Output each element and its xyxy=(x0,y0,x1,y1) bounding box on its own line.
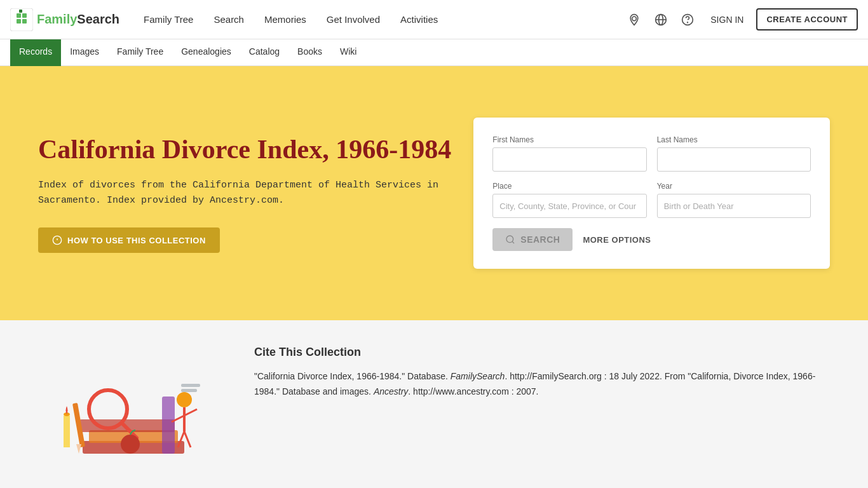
cite-text: "California Divorce Index, 1966-1984." D… xyxy=(254,369,830,400)
create-account-button[interactable]: CREATE ACCOUNT xyxy=(756,8,858,30)
sub-nav-records[interactable]: Records xyxy=(10,39,61,66)
svg-marker-28 xyxy=(76,444,81,454)
place-group: Place xyxy=(492,182,646,218)
sub-nav-catalog[interactable]: Catalog xyxy=(240,39,288,66)
nav-activities[interactable]: Activities xyxy=(391,9,447,30)
svg-rect-5 xyxy=(19,10,22,13)
year-label: Year xyxy=(657,182,811,191)
more-options-button[interactable]: MORE OPTIONS xyxy=(583,229,651,251)
first-names-input[interactable] xyxy=(492,147,646,172)
sub-navigation: Records Images Family Tree Genealogies C… xyxy=(0,39,868,66)
svg-point-11 xyxy=(688,22,688,22)
search-button[interactable]: SEARCH xyxy=(492,228,573,251)
nav-memories[interactable]: Memories xyxy=(255,9,315,30)
page-title: California Divorce Index, 1966-1984 xyxy=(38,133,473,165)
sign-in-button[interactable]: SIGN IN xyxy=(704,11,750,29)
search-icon xyxy=(505,234,515,245)
first-names-group: First Names xyxy=(492,135,646,172)
familysearch-logo-icon xyxy=(10,8,33,31)
logo[interactable]: FamilySearch xyxy=(10,8,119,31)
svg-point-13 xyxy=(506,236,513,243)
year-group: Year xyxy=(657,182,811,218)
sub-nav-wiki[interactable]: Wiki xyxy=(331,39,365,66)
sub-nav-genealogies[interactable]: Genealogies xyxy=(172,39,240,66)
svg-rect-3 xyxy=(17,19,21,24)
svg-point-29 xyxy=(121,435,140,454)
svg-rect-33 xyxy=(181,389,197,392)
place-label: Place xyxy=(492,182,646,191)
main-nav: Family Tree Search Memories Get Involved… xyxy=(135,9,624,30)
last-names-input[interactable] xyxy=(657,147,811,172)
sub-nav-family-tree[interactable]: Family Tree xyxy=(108,39,172,66)
hero-content: California Divorce Index, 1966-1984 Inde… xyxy=(38,133,473,253)
sub-nav-images[interactable]: Images xyxy=(61,39,108,66)
svg-rect-1 xyxy=(17,13,21,18)
sub-nav-books[interactable]: Books xyxy=(288,39,331,66)
last-names-label: Last Names xyxy=(657,135,811,144)
svg-rect-30 xyxy=(64,416,70,447)
year-input[interactable] xyxy=(657,194,811,218)
globe-icon[interactable] xyxy=(651,10,671,30)
svg-rect-2 xyxy=(22,13,27,18)
svg-line-24 xyxy=(184,409,197,416)
svg-rect-32 xyxy=(181,384,200,387)
search-form-card: First Names Last Names Place Year xyxy=(473,118,830,269)
nav-family-tree[interactable]: Family Tree xyxy=(135,9,202,30)
location-icon[interactable] xyxy=(624,10,644,30)
help-icon[interactable] xyxy=(677,10,698,30)
svg-rect-18 xyxy=(162,396,175,454)
how-to-use-button[interactable]: HOW TO USE THIS COLLECTION xyxy=(38,227,220,253)
svg-line-26 xyxy=(184,431,191,447)
nav-get-involved[interactable]: Get Involved xyxy=(318,9,389,30)
content-section: Cite This Collection "California Divorce… xyxy=(0,320,868,488)
hero-description: Index of divorces from the California De… xyxy=(38,178,473,208)
svg-point-6 xyxy=(632,17,637,21)
illustration-image xyxy=(44,346,222,485)
nav-search[interactable]: Search xyxy=(205,9,253,30)
citation-area: Cite This Collection "California Divorce… xyxy=(254,346,830,485)
top-navigation: FamilySearch Family Tree Search Memories… xyxy=(0,0,868,39)
name-fields-row: First Names Last Names xyxy=(492,135,811,172)
last-names-group: Last Names xyxy=(657,135,811,172)
nav-right-actions: SIGN IN CREATE ACCOUNT xyxy=(624,8,858,30)
illustration-area xyxy=(38,346,229,485)
first-names-label: First Names xyxy=(492,135,646,144)
svg-point-21 xyxy=(177,392,192,407)
how-to-icon xyxy=(52,235,62,245)
hero-section: California Divorce Index, 1966-1984 Inde… xyxy=(0,66,868,320)
svg-line-14 xyxy=(512,241,514,243)
place-input[interactable] xyxy=(492,194,646,218)
logo-text: FamilySearch xyxy=(37,12,119,27)
cite-title: Cite This Collection xyxy=(254,346,830,359)
svg-rect-4 xyxy=(22,19,27,24)
place-year-row: Place Year xyxy=(492,182,811,218)
search-actions: SEARCH MORE OPTIONS xyxy=(492,228,811,251)
